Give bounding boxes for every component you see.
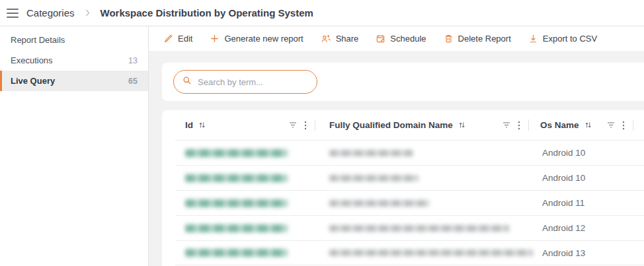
delete-report-button[interactable]: Delete Report [444, 34, 511, 44]
sidebar-item-count: 65 [128, 77, 138, 86]
results-table: Id Fully Qualified Domain Name [162, 110, 644, 266]
kebab-menu-icon[interactable] [304, 121, 307, 130]
kebab-menu-icon[interactable] [622, 121, 625, 130]
redacted-id-link[interactable] [185, 149, 288, 157]
column-header-os-name: Os Name [529, 110, 633, 140]
sidebar-item-count: 13 [128, 56, 138, 65]
hamburger-menu-icon[interactable] [7, 9, 19, 18]
table-row: Android 10 [175, 140, 644, 165]
table-row: Android 11 [175, 190, 644, 215]
filter-icon[interactable] [289, 121, 297, 129]
table-row: Android 13 [175, 240, 644, 265]
trash-icon [444, 34, 454, 44]
main-content: Edit Generate new report Share Schedule … [149, 26, 644, 266]
redacted-fqdn-text [329, 249, 533, 256]
os-name-cell: Android 10 [529, 173, 633, 183]
search-box [173, 70, 317, 94]
chevron-right-icon [84, 9, 91, 17]
sort-icon[interactable] [198, 121, 206, 129]
sidebar-item-label: Executions [11, 55, 53, 65]
sidebar-item-live-query[interactable]: Live Query 65 [0, 71, 148, 91]
search-icon [182, 75, 192, 88]
schedule-button[interactable]: Schedule [376, 34, 426, 44]
top-header: Categories Workspace Distribution by Ope… [0, 0, 644, 26]
sidebar-item-executions[interactable]: Executions 13 [0, 50, 148, 71]
redacted-id-link[interactable] [185, 249, 288, 257]
os-name-cell: Android 11 [529, 198, 633, 208]
table-row: Android 10 [175, 165, 644, 190]
report-toolbar: Edit Generate new report Share Schedule … [149, 26, 644, 51]
download-icon [528, 34, 538, 44]
kebab-menu-icon[interactable] [518, 121, 520, 130]
redacted-id-link[interactable] [185, 224, 288, 232]
table-row: Android 12 [175, 215, 644, 240]
share-button[interactable]: Share [321, 34, 359, 44]
redacted-fqdn-text [329, 225, 509, 232]
redacted-id-link[interactable] [185, 174, 288, 182]
redacted-id-link[interactable] [185, 199, 288, 207]
search-card [162, 63, 644, 101]
sidebar: Report Details Executions 13 Live Query … [0, 26, 149, 266]
page-title: Workspace Distribution by Operating Syst… [101, 7, 313, 18]
filter-icon[interactable] [503, 121, 510, 129]
sidebar-item-label: Live Query [11, 76, 55, 86]
redacted-fqdn-text [329, 150, 413, 156]
search-input[interactable] [198, 77, 314, 87]
redacted-fqdn-text [329, 175, 419, 182]
edit-button[interactable]: Edit [163, 34, 192, 44]
plus-icon [210, 34, 220, 44]
os-name-cell: Android 10 [529, 148, 633, 158]
os-name-cell: Android 13 [529, 248, 633, 258]
filter-icon[interactable] [607, 121, 615, 129]
sort-icon[interactable] [458, 121, 466, 129]
share-icon [321, 34, 331, 44]
pencil-icon [163, 34, 173, 44]
calendar-edit-icon [376, 34, 385, 44]
column-header-id: Id [175, 110, 315, 140]
generate-new-report-button[interactable]: Generate new report [210, 34, 303, 44]
table-header-row: Id Fully Qualified Domain Name [175, 110, 644, 140]
breadcrumb[interactable]: Categories [26, 7, 75, 18]
sort-icon[interactable] [584, 121, 592, 129]
export-to-csv-button[interactable]: Export to CSV [528, 34, 597, 44]
redacted-fqdn-text [329, 200, 430, 207]
sidebar-item-label: Report Details [11, 35, 65, 45]
column-header-fqdn: Fully Qualified Domain Name [315, 110, 529, 140]
os-name-cell: Android 12 [529, 223, 633, 233]
sidebar-item-report-details[interactable]: Report Details [0, 30, 148, 50]
